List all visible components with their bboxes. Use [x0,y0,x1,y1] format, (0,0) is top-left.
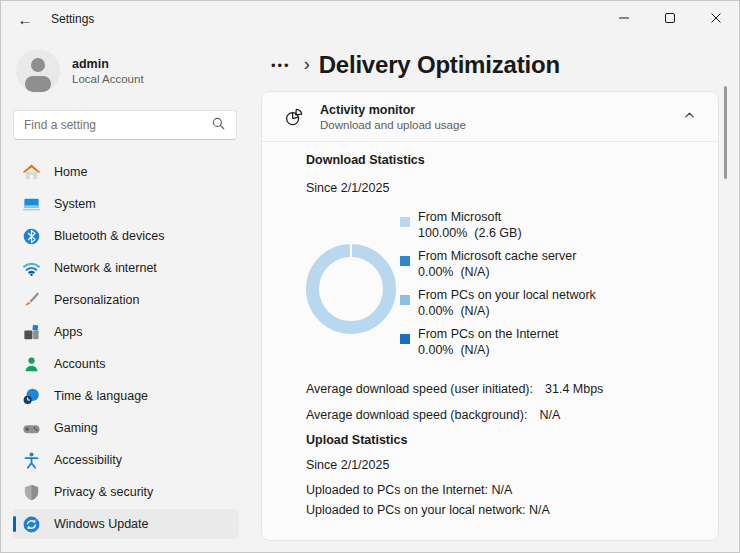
accessibility-person-icon [22,451,41,470]
shield-icon [22,483,41,502]
sidebar-item-system[interactable]: System [13,189,239,219]
search-placeholder: Find a setting [24,118,211,132]
bluetooth-icon [22,227,41,246]
gamepad-icon [22,419,41,438]
legend-percent: 0.00% [418,304,453,318]
sidebar-item-label: Personalization [54,293,139,307]
avg-speed-background-row: Average download speed (background):N/A [306,407,698,423]
legend-label: From Microsoft cache server [418,248,576,264]
search-icon [211,116,226,135]
uploaded-local-line: Uploaded to PCs on your local network: N… [306,502,698,518]
legend-swatch [400,256,410,266]
chevron-up-icon [683,108,696,126]
legend-swatch [400,295,410,305]
legend-percent: 100.00% [418,226,467,240]
minimize-button[interactable] [601,1,647,37]
legend-item: From Microsoft cache server 0.00%(N/A) [400,248,596,280]
legend-amount: (2.6 GB) [474,226,521,240]
avatar [16,49,60,93]
legend-label: From Microsoft [418,209,522,225]
sidebar-item-label: System [54,197,96,211]
breadcrumb-ellipsis-button[interactable]: ••• [267,56,295,75]
sidebar-item-label: Windows Update [54,517,149,531]
sidebar-item-network-internet[interactable]: Network & internet [13,253,239,283]
sidebar-item-label: Accessibility [54,453,122,467]
apps-icon [22,323,41,342]
legend-item: From PCs on the Internet 0.00%(N/A) [400,326,596,358]
maximize-icon [664,10,676,28]
legend-amount: (N/A) [460,304,489,318]
donut-ring [306,244,396,334]
window-controls [601,1,739,37]
legend-label: From PCs on your local network [418,287,596,303]
app-title: Settings [51,12,94,26]
scrollbar-thumb[interactable] [724,86,727,179]
download-since: Since 2/1/2025 [306,180,698,196]
avg-speed-background-label: Average download speed (background): [306,408,527,422]
brush-icon [22,291,41,310]
sidebar-item-label: Time & language [54,389,148,403]
main-content: ••• › Delivery Optimization Activity mon… [251,37,739,552]
donut-chart [306,244,396,334]
sidebar-item-label: Home [54,165,87,179]
expander-subtitle: Download and upload usage [320,119,674,131]
avg-speed-user-value: 31.4 Mbps [545,382,603,396]
breadcrumb: ••• › Delivery Optimization [261,47,719,83]
download-statistics-heading: Download Statistics [306,152,698,168]
legend-item: From PCs on your local network 0.00%(N/A… [400,287,596,319]
search-input[interactable]: Find a setting [13,110,237,140]
legend-label: From PCs on the Internet [418,326,558,342]
sidebar-item-personalization[interactable]: Personalization [13,285,239,315]
close-button[interactable] [693,1,739,37]
avg-speed-user-label: Average download speed (user initiated): [306,382,533,396]
activity-monitor-card: Activity monitor Download and upload usa… [261,91,719,541]
legend-amount: (N/A) [460,265,489,279]
sidebar-item-privacy-security[interactable]: Privacy & security [13,477,239,507]
uploaded-internet-line: Uploaded to PCs on the Internet: N/A [306,482,698,498]
avg-speed-user-row: Average download speed (user initiated):… [306,381,698,397]
sidebar-item-apps[interactable]: Apps [13,317,239,347]
sidebar-item-gaming[interactable]: Gaming [13,413,239,443]
sidebar-item-windows-update[interactable]: Windows Update [13,509,239,539]
legend-swatch [400,334,410,344]
windows-update-icon [22,515,41,534]
sidebar-item-label: Bluetooth & devices [54,229,165,243]
activity-monitor-body: Download Statistics Since 2/1/2025 From … [262,142,718,540]
legend-percent: 0.00% [418,265,453,279]
sidebar-item-home[interactable]: Home [13,157,239,187]
download-chart: From Microsoft 100.00%(2.6 GB) From Micr… [306,209,698,365]
collapse-button[interactable] [674,102,704,132]
clock-globe-icon [22,387,41,406]
maximize-button[interactable] [647,1,693,37]
chevron-right-icon: › [304,54,310,75]
upload-statistics-heading: Upload Statistics [306,432,698,448]
activity-monitor-expander-header[interactable]: Activity monitor Download and upload usa… [262,92,718,142]
user-name: admin [72,57,144,71]
person-icon [22,355,41,374]
legend-item: From Microsoft 100.00%(2.6 GB) [400,209,596,241]
legend-amount: (N/A) [460,343,489,357]
upload-since: Since 2/1/2025 [306,457,698,473]
back-arrow-icon: ← [18,11,33,28]
titlebar: ← Settings [1,1,739,37]
user-account-type: Local Account [72,73,144,85]
donut-segment-notch [350,244,352,257]
sidebar-item-accessibility[interactable]: Accessibility [13,445,239,475]
back-button[interactable]: ← [9,4,41,34]
expander-title: Activity monitor [320,103,674,117]
legend-swatch [400,217,410,227]
sidebar-item-accounts[interactable]: Accounts [13,349,239,379]
chart-legend: From Microsoft 100.00%(2.6 GB) From Micr… [400,209,596,365]
sidebar-item-label: Accounts [54,357,105,371]
page-title: Delivery Optimization [319,51,560,79]
home-icon [22,163,41,182]
sidebar-item-label: Apps [54,325,83,339]
sidebar-item-label: Privacy & security [54,485,153,499]
wifi-icon [22,259,41,278]
sidebar-item-label: Network & internet [54,261,157,275]
sidebar-item-time-language[interactable]: Time & language [13,381,239,411]
sidebar-item-bluetooth-devices[interactable]: Bluetooth & devices [13,221,239,251]
pie-chart-icon [284,107,304,127]
settings-window: ← Settings admin Local Account [0,0,740,553]
user-account[interactable]: admin Local Account [16,49,251,93]
